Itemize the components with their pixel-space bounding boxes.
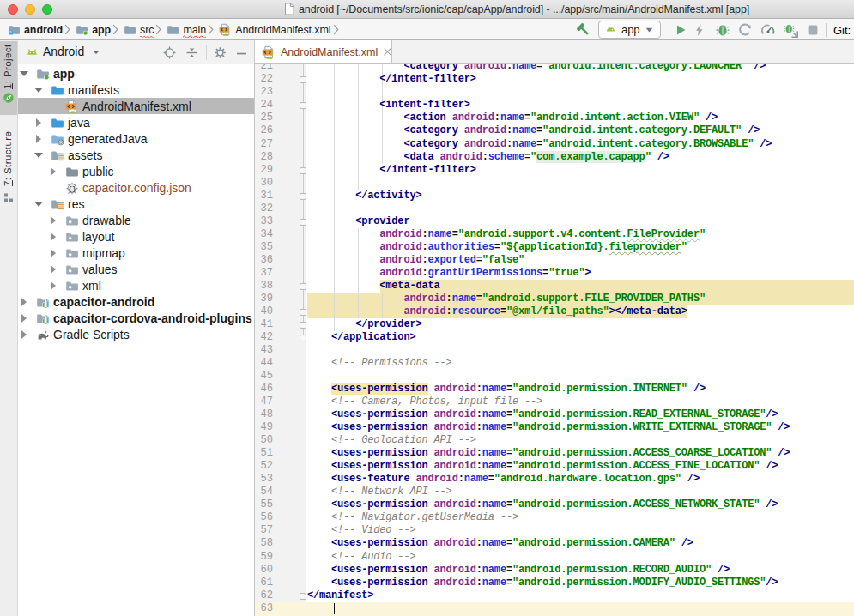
svg-text:{}: {} [68,185,76,192]
